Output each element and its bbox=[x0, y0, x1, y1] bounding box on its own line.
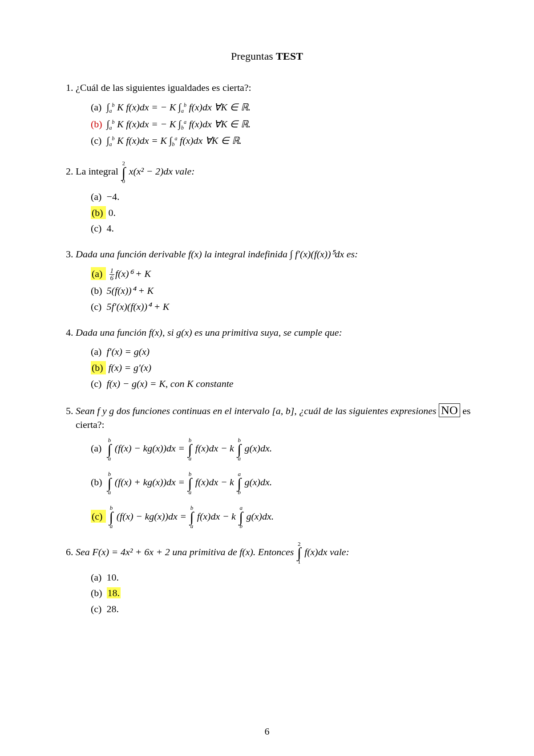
page: Preguntas TEST ¿Cuál de las siguientes i… bbox=[0, 0, 534, 756]
q4-option-c: (c) f(x) − g(x) = K, con K constante bbox=[91, 377, 472, 390]
q6-text: Sea F(x) = 4x² + 6x + 2 una primitiva de… bbox=[76, 541, 472, 565]
option-label: (b) bbox=[91, 118, 104, 131]
option-label: (b) bbox=[91, 586, 104, 600]
q5-option-b: (b) b∫a (f(x) + kg(x))dx = b∫a f(x)dx − … bbox=[91, 471, 472, 495]
q4-options: (a) f′(x) = g(x) (b) f(x) = g′(x) (c) f(… bbox=[76, 345, 472, 390]
option-body: 10. bbox=[104, 572, 119, 583]
option-label: (b) bbox=[91, 206, 106, 219]
option-label: (a) bbox=[91, 267, 106, 280]
option-label: (c) bbox=[91, 377, 104, 390]
option-body: 4. bbox=[104, 223, 114, 234]
integral-icon: b∫a bbox=[109, 505, 113, 528]
question-1: ¿Cuál de las siguientes igualdades es ci… bbox=[76, 81, 472, 148]
option-label: (c) bbox=[91, 510, 106, 523]
option-math: ∫ab K f(x)dx = K ∫ba f(x)dx ∀K ∈ ℝ. bbox=[107, 135, 242, 146]
option-body: −4. bbox=[104, 191, 119, 202]
option-math: b∫a (f(x) + kg(x))dx = b∫a f(x)dx − k a∫… bbox=[107, 476, 272, 488]
q2-options: (a) −4. (b) 0. (c) 4. bbox=[76, 190, 472, 235]
option-body: f(x) − g(x) = K, con K constante bbox=[104, 378, 234, 389]
option-body: 28. bbox=[104, 603, 119, 614]
q1-options: (a) ∫ab K f(x)dx = − K ∫ab f(x)dx ∀K ∈ ℝ… bbox=[76, 101, 472, 148]
q6-options: (a) 10. (b) 18. (c) 28. bbox=[76, 571, 472, 616]
q6-option-b: (b) 18. bbox=[91, 586, 472, 600]
q4-text: Dada una función f(x), si g(x) es una pr… bbox=[76, 326, 472, 339]
option-body: f(x) = g′(x) bbox=[106, 362, 151, 373]
option-label: (a) bbox=[91, 571, 104, 584]
integral-icon: b∫a bbox=[188, 471, 192, 495]
fraction-icon: 16 bbox=[109, 268, 115, 281]
option-body: 5(f(x))⁴ + K bbox=[104, 285, 154, 296]
integral-icon: 2∫1 bbox=[297, 541, 301, 565]
integral-icon: b∫a bbox=[108, 471, 112, 495]
question-4: Dada una función f(x), si g(x) es una pr… bbox=[76, 326, 472, 390]
q5-text: Sean f y g dos funciones continuas en el… bbox=[76, 402, 472, 431]
integral-icon: a∫b bbox=[237, 471, 241, 495]
option-label: (c) bbox=[91, 222, 104, 235]
option-label: (b) bbox=[91, 361, 106, 374]
q5-option-c: (c) b∫a (f(x) − kg(x))dx = b∫a f(x)dx − … bbox=[91, 505, 472, 528]
title-plain: Preguntas bbox=[231, 50, 276, 62]
q4-option-b: (b) f(x) = g′(x) bbox=[91, 361, 472, 374]
q3-option-b: (b) 5(f(x))⁴ + K bbox=[91, 284, 472, 297]
option-label: (c) bbox=[91, 602, 104, 616]
integral-icon: b∫a bbox=[190, 505, 194, 528]
q2-option-c: (c) 4. bbox=[91, 222, 472, 235]
integral-icon: b∫a bbox=[188, 438, 192, 461]
option-label: (a) bbox=[91, 101, 104, 114]
q3-option-a: (a) 16f(x)⁶ + K bbox=[91, 267, 472, 281]
q1-option-c: (c) ∫ab K f(x)dx = K ∫ba f(x)dx ∀K ∈ ℝ. bbox=[91, 134, 472, 148]
option-body: 0. bbox=[106, 207, 116, 218]
integral-icon: b∫a bbox=[237, 438, 241, 461]
integral-icon: b∫a bbox=[108, 438, 112, 461]
page-number: 6 bbox=[0, 725, 534, 738]
option-label: (a) bbox=[91, 345, 104, 358]
q5-options: (a) b∫a (f(x) − kg(x))dx = b∫a f(x)dx − … bbox=[76, 438, 472, 529]
option-label: (c) bbox=[91, 300, 104, 313]
q3-options: (a) 16f(x)⁶ + K (b) 5(f(x))⁴ + K (c) 5f′… bbox=[76, 267, 472, 313]
option-body: f′(x) = g(x) bbox=[104, 346, 150, 357]
option-label: (c) bbox=[91, 134, 104, 147]
option-body: 5f′(x)(f(x))⁴ + K bbox=[104, 301, 170, 312]
q2-option-b: (b) 0. bbox=[91, 206, 472, 219]
q6-option-c: (c) 28. bbox=[91, 602, 472, 616]
page-title: Preguntas TEST bbox=[62, 49, 472, 63]
question-2: La integral 2∫0 x(x² − 2)dx vale: (a) −4… bbox=[76, 161, 472, 235]
q4-option-a: (a) f′(x) = g(x) bbox=[91, 345, 472, 358]
option-label: (b) bbox=[91, 284, 104, 297]
option-math: ∫ab K f(x)dx = − K ∫ba f(x)dx ∀K ∈ ℝ. bbox=[107, 118, 251, 130]
option-label: (a) bbox=[91, 190, 104, 203]
option-label: (a) bbox=[91, 442, 104, 455]
option-math: b∫a (f(x) − kg(x))dx = b∫a f(x)dx − k a∫… bbox=[109, 511, 274, 522]
option-body: 16f(x)⁶ + K bbox=[109, 268, 151, 279]
option-math: ∫ab K f(x)dx = − K ∫ab f(x)dx ∀K ∈ ℝ. bbox=[107, 102, 251, 113]
question-list: ¿Cuál de las siguientes igualdades es ci… bbox=[62, 81, 472, 615]
no-box: NO bbox=[439, 403, 460, 417]
title-bold: TEST bbox=[276, 50, 303, 62]
q5-option-a: (a) b∫a (f(x) − kg(x))dx = b∫a f(x)dx − … bbox=[91, 438, 472, 461]
q1-text: ¿Cuál de las siguientes igualdades es ci… bbox=[76, 81, 472, 94]
option-label: (b) bbox=[91, 476, 104, 489]
option-body: 18. bbox=[107, 587, 121, 598]
q1-option-a: (a) ∫ab K f(x)dx = − K ∫ab f(x)dx ∀K ∈ ℝ… bbox=[91, 101, 472, 115]
option-math: b∫a (f(x) − kg(x))dx = b∫a f(x)dx − k b∫… bbox=[107, 443, 272, 454]
q3-option-c: (c) 5f′(x)(f(x))⁴ + K bbox=[91, 300, 472, 313]
question-6: Sea F(x) = 4x² + 6x + 2 una primitiva de… bbox=[76, 541, 472, 616]
question-3: Dada una función derivable f(x) la integ… bbox=[76, 248, 472, 313]
q2-text: La integral 2∫0 x(x² − 2)dx vale: bbox=[76, 161, 472, 184]
integral-icon: a∫b bbox=[239, 505, 243, 528]
question-5: Sean f y g dos funciones continuas en el… bbox=[76, 402, 472, 528]
q1-option-b: (b) ∫ab K f(x)dx = − K ∫ba f(x)dx ∀K ∈ ℝ… bbox=[91, 118, 472, 132]
q3-text: Dada una función derivable f(x) la integ… bbox=[76, 248, 472, 261]
integral-icon: 2∫0 bbox=[121, 161, 125, 184]
q6-option-a: (a) 10. bbox=[91, 571, 472, 584]
q2-option-a: (a) −4. bbox=[91, 190, 472, 203]
